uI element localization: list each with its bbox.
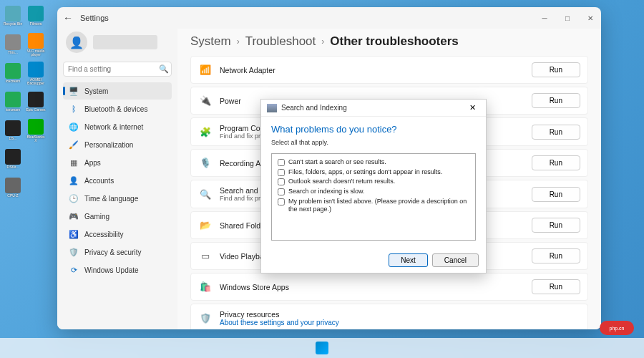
option-checkbox[interactable] <box>278 188 285 195</box>
crumb-troubleshoot[interactable]: Troubleshoot <box>245 34 316 49</box>
nav-icon: ᛒ <box>69 104 79 114</box>
nav-icon: 🛡️ <box>69 247 79 257</box>
nav-label: Apps <box>84 159 101 167</box>
start-icon[interactable] <box>316 342 328 354</box>
nav-icon: 🕒 <box>69 193 79 203</box>
sidebar-item-gaming[interactable]: 🎮Gaming <box>63 208 172 225</box>
row-icon: 🔌 <box>198 95 213 106</box>
run-button[interactable]: Run <box>532 187 580 202</box>
dialog-close-button[interactable]: ✕ <box>465 103 480 112</box>
dialog-question: What problems do you notice? <box>271 124 476 135</box>
sidebar-item-system[interactable]: 🖥️System <box>63 82 172 100</box>
run-button[interactable]: Run <box>532 155 580 170</box>
desktop-shortcut[interactable]: CPU-Z <box>3 175 23 200</box>
minimize-button[interactable]: ─ <box>540 14 550 22</box>
sidebar-item-network-internet[interactable]: 🌐Network & internet <box>63 118 172 135</box>
desktop-shortcut[interactable]: Filmora <box>26 3 46 29</box>
row-icon: 🔍 <box>198 189 213 200</box>
titlebar: ← Settings ─ □ ✕ <box>57 7 601 29</box>
sidebar-item-bluetooth-devices[interactable]: ᛒBluetooth & devices <box>63 100 172 117</box>
option-checkbox[interactable] <box>278 198 285 205</box>
sidebar-item-time-language[interactable]: 🕒Time & language <box>63 190 172 207</box>
option-checkbox[interactable] <box>278 159 285 166</box>
option-item[interactable]: Outlook search doesn't return results. <box>278 178 469 186</box>
sidebar-item-windows-update[interactable]: ⟳Windows Update <box>63 261 172 279</box>
run-button[interactable]: Run <box>532 93 580 108</box>
troubleshooter-row: 🛍️Windows Store AppsRun <box>190 273 588 301</box>
desktop-shortcut[interactable]: DS... <box>3 117 23 143</box>
nav-label: System <box>84 87 108 95</box>
nav-icon: ▦ <box>69 158 79 168</box>
troubleshooter-dialog: Search and Indexing ✕ What problems do y… <box>260 99 487 274</box>
nav-label: Network & internet <box>84 123 143 131</box>
option-checkbox[interactable] <box>278 178 285 185</box>
privacy-title: Privacy resources <box>220 310 580 319</box>
option-label: Outlook search doesn't return results. <box>288 178 395 186</box>
next-button[interactable]: Next <box>389 253 428 267</box>
nav-icon: 🎮 <box>69 211 79 221</box>
desktop-shortcut[interactable]: AOMEI Backupper <box>26 60 46 86</box>
sidebar-item-personalization[interactable]: 🖌️Personalization <box>63 136 172 153</box>
nav-icon: 👤 <box>69 175 79 185</box>
maximize-button[interactable]: □ <box>562 14 572 22</box>
option-checkbox[interactable] <box>278 169 285 176</box>
row-icon: 📂 <box>198 220 213 231</box>
user-name <box>93 35 157 49</box>
sidebar-item-privacy-security[interactable]: 🛡️Privacy & security <box>63 243 172 261</box>
search-input[interactable] <box>68 65 159 73</box>
close-button[interactable]: ✕ <box>585 14 595 22</box>
sidebar-item-accounts[interactable]: 👤Accounts <box>63 172 172 189</box>
desktop-shortcut[interactable]: DSKit... <box>3 146 23 172</box>
sidebar-item-apps[interactable]: ▦Apps <box>63 154 172 171</box>
search-box[interactable]: 🔍 <box>63 62 172 77</box>
avatar: 👤 <box>66 32 87 53</box>
row-title: Windows Store Apps <box>220 283 532 291</box>
desktop-shortcut[interactable]: VLC media player <box>26 32 46 57</box>
run-button[interactable]: Run <box>532 218 580 233</box>
nav-icon: 🖥️ <box>69 86 79 96</box>
taskbar[interactable] <box>0 338 644 358</box>
nav-icon: 🌐 <box>69 122 79 132</box>
run-button[interactable]: Run <box>532 279 580 294</box>
window-controls: ─ □ ✕ <box>540 14 595 22</box>
search-icon: 🔍 <box>159 64 169 74</box>
desktop-shortcut[interactable]: Icecream <box>3 89 23 115</box>
run-button[interactable]: Run <box>532 125 580 140</box>
back-button[interactable]: ← <box>63 12 73 24</box>
cancel-button[interactable]: Cancel <box>432 253 479 267</box>
desktop-shortcut[interactable]: Epic Games <box>26 89 46 115</box>
row-icon: ▭ <box>198 251 213 261</box>
nav-label: Gaming <box>84 213 109 221</box>
privacy-row: 🛡️ Privacy resources About these setting… <box>190 304 588 329</box>
option-label: Search or indexing is slow. <box>288 188 365 196</box>
sidebar: 👤 🔍 🖥️SystemᛒBluetooth & devices🌐Network… <box>57 29 177 329</box>
option-label: My problem isn't listed above. (Please p… <box>288 198 469 214</box>
row-icon: 🧩 <box>198 127 213 137</box>
desktop: Recycle BinThis...IcecreamIcecreamDS...D… <box>3 3 46 200</box>
desktop-shortcut[interactable]: This... <box>3 32 23 57</box>
desktop-shortcut[interactable]: Icecream <box>3 60 23 86</box>
run-button[interactable]: Run <box>532 62 580 77</box>
option-item[interactable]: Files, folders, apps, or settings don't … <box>278 168 469 177</box>
nav-label: Accounts <box>84 177 114 185</box>
privacy-link[interactable]: About these settings and your privacy <box>220 319 580 326</box>
dialog-header: Search and Indexing ✕ <box>261 100 486 117</box>
option-item[interactable]: Can't start a search or see results. <box>278 158 469 167</box>
crumb-system[interactable]: System <box>190 34 231 49</box>
row-icon: 🎙️ <box>198 158 213 168</box>
user-block[interactable]: 👤 <box>63 29 172 60</box>
troubleshooter-row: 📶Network AdapterRun <box>190 56 588 84</box>
row-icon: 🛍️ <box>198 281 213 292</box>
option-item[interactable]: Search or indexing is slow. <box>278 188 469 196</box>
desktop-shortcut[interactable]: BlueStacks X <box>26 117 46 143</box>
nav-label: Bluetooth & devices <box>84 105 147 113</box>
option-label: Can't start a search or see results. <box>288 158 386 167</box>
nav-label: Privacy & security <box>84 248 141 256</box>
dialog-hint: Select all that apply. <box>271 139 476 146</box>
sidebar-item-accessibility[interactable]: ♿Accessibility <box>63 226 172 243</box>
run-button[interactable]: Run <box>532 248 580 263</box>
shield-icon: 🛡️ <box>198 313 213 324</box>
option-item[interactable]: My problem isn't listed above. (Please p… <box>278 198 469 214</box>
row-title: Network Adapter <box>220 66 532 74</box>
desktop-shortcut[interactable]: Recycle Bin <box>3 3 23 29</box>
